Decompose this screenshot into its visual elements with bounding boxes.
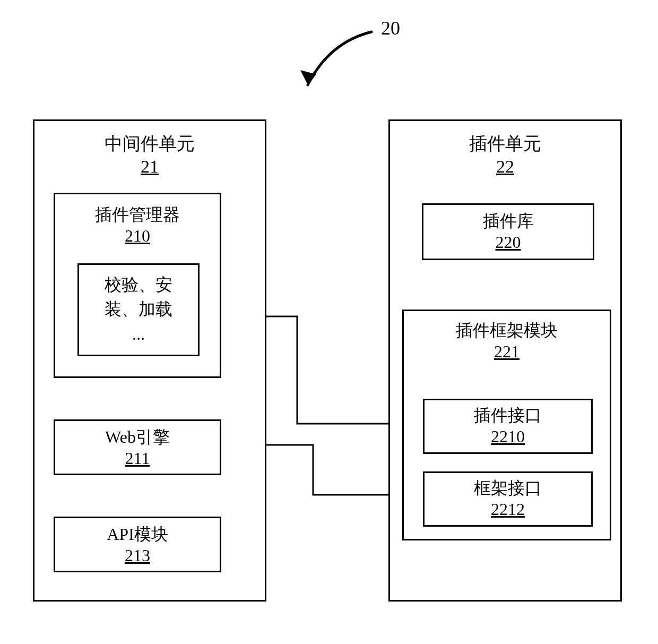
frame-interface-id: 2212 bbox=[425, 499, 591, 520]
api-module-box: API模块 213 bbox=[54, 517, 221, 572]
plugin-manager-title: 插件管理器 bbox=[55, 204, 220, 225]
plugin-library-title: 插件库 bbox=[423, 210, 593, 231]
ops-line-1: 校验、安 bbox=[82, 272, 195, 297]
plugin-manager-box: 插件管理器 210 校验、安 装、加载 ... bbox=[54, 193, 221, 378]
api-module-id: 213 bbox=[55, 545, 220, 566]
ops-line-3: ... bbox=[82, 322, 195, 346]
diagram-canvas: 20 中间件单元 21 插件管理器 210 校验、安 装、加载 ... bbox=[0, 0, 658, 644]
plugin-library-box: 插件库 220 bbox=[422, 203, 594, 260]
svg-marker-0 bbox=[300, 70, 316, 85]
middleware-unit-box: 中间件单元 21 插件管理器 210 校验、安 装、加载 ... Web引擎 2 bbox=[33, 119, 266, 602]
frame-interface-box: 框架接口 2212 bbox=[423, 471, 593, 527]
plugin-unit-box: 插件单元 22 插件库 220 插件框架模块 221 插件接口 2210 bbox=[388, 119, 622, 602]
plugin-interface-id: 2210 bbox=[425, 426, 591, 447]
frame-interface-title: 框架接口 bbox=[425, 477, 591, 499]
plugin-unit-id: 22 bbox=[390, 156, 620, 178]
api-module-title: API模块 bbox=[55, 523, 220, 545]
ops-line-2: 装、加载 bbox=[82, 297, 195, 321]
plugin-manager-id: 210 bbox=[55, 225, 220, 246]
web-engine-title: Web引擎 bbox=[55, 426, 220, 448]
plugin-interface-box: 插件接口 2210 bbox=[423, 399, 593, 454]
web-engine-id: 211 bbox=[55, 448, 220, 469]
plugin-framework-title: 插件框架模块 bbox=[404, 320, 610, 341]
web-engine-box: Web引擎 211 bbox=[54, 419, 221, 475]
pointer-arrow bbox=[308, 32, 371, 85]
middleware-unit-id: 21 bbox=[34, 156, 265, 178]
plugin-manager-ops-box: 校验、安 装、加载 ... bbox=[77, 263, 200, 356]
plugin-framework-box: 插件框架模块 221 插件接口 2210 框架接口 2212 bbox=[402, 310, 611, 540]
diagram-id-label: 20 bbox=[381, 17, 400, 39]
plugin-unit-title: 插件单元 bbox=[390, 133, 620, 156]
plugin-framework-id: 221 bbox=[404, 341, 610, 362]
plugin-interface-title: 插件接口 bbox=[425, 405, 591, 426]
middleware-unit-title: 中间件单元 bbox=[34, 133, 265, 156]
plugin-library-id: 220 bbox=[423, 231, 593, 253]
